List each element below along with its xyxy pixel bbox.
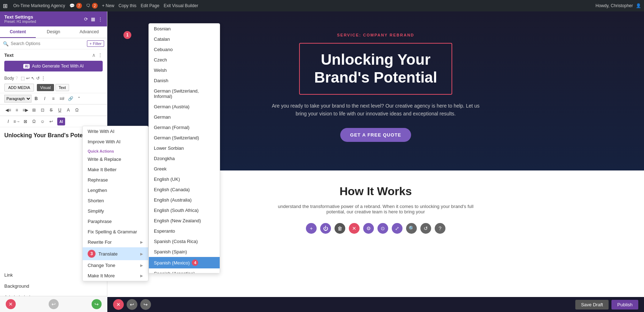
rewrite-for-item[interactable]: Rewrite For ▶	[83, 237, 148, 247]
outdent-btn[interactable]: ⊠	[21, 118, 29, 125]
lang-english-uk[interactable]: English (UK)	[149, 174, 220, 184]
write-with-ai-item[interactable]: Write With AI	[83, 126, 148, 137]
lang-german-swiss-inf[interactable]: German (Switzerland, Informal)	[149, 86, 220, 101]
special2-btn[interactable]: Ω	[30, 118, 38, 125]
lang-bosnian[interactable]: Bosnian	[149, 24, 220, 34]
wp-logo-icon[interactable]: ⊞	[3, 3, 8, 9]
lang-danish[interactable]: Danish	[149, 75, 220, 86]
new-link[interactable]: + New	[102, 3, 114, 8]
quote-btn[interactable]: "	[75, 95, 83, 103]
panel-icon-refresh[interactable]: ⟳	[84, 16, 88, 22]
lang-czech[interactable]: Czech	[149, 55, 220, 65]
view-text-tab[interactable]: Text	[55, 84, 69, 91]
body-icon-2[interactable]: ↩	[26, 76, 30, 81]
strikethrough-btn[interactable]: S	[47, 106, 55, 114]
lang-cebuano[interactable]: Cebuano	[149, 44, 220, 55]
link-btn[interactable]: 🔗	[67, 95, 74, 103]
underline-btn[interactable]: U	[56, 106, 64, 114]
ai-generate-button[interactable]: AI Auto Generate Text With AI	[4, 61, 103, 71]
lang-esperanto[interactable]: Esperanto	[149, 226, 220, 236]
bottom-close-btn[interactable]: ✕	[6, 299, 16, 309]
body-icon-1[interactable]: ⬚	[21, 76, 25, 81]
ctrl-power-btn[interactable]: ⏻	[320, 223, 331, 234]
search-input[interactable]	[11, 41, 85, 46]
save-draft-button[interactable]: Save Draft	[575, 300, 609, 309]
collapse-icon[interactable]: ∧	[92, 52, 96, 58]
improve-with-ai-item[interactable]: Improve With AI	[83, 137, 148, 147]
canvas-close-btn[interactable]: ✕	[113, 299, 124, 310]
lang-english-australia[interactable]: English (Australia)	[149, 195, 220, 205]
align-right-btn[interactable]: ≡▶	[21, 106, 29, 114]
panel-icon-more[interactable]: ⋮	[98, 16, 103, 22]
ctrl-close-btn[interactable]: ✕	[349, 223, 360, 234]
body-icon-more[interactable]: ⋮	[41, 76, 45, 81]
italic-btn[interactable]: I	[41, 95, 49, 103]
tab-advanced[interactable]: Advanced	[71, 26, 107, 38]
ctrl-help-btn[interactable]: ?	[435, 223, 445, 234]
change-tone-item[interactable]: Change Tone ▶	[83, 260, 148, 271]
lang-english-nz[interactable]: English (New Zealand)	[149, 216, 220, 226]
make-better-item[interactable]: Make It Better	[83, 164, 148, 175]
tab-content[interactable]: Content	[0, 26, 36, 38]
canvas-redo-btn[interactable]: ↪	[140, 299, 151, 310]
ul-btn[interactable]: ≡	[49, 95, 57, 103]
bottom-undo-btn[interactable]: ↩	[49, 299, 59, 309]
lang-dzongkha[interactable]: Dzongkha	[149, 153, 220, 164]
view-visual-tab[interactable]: Visual	[37, 84, 54, 91]
tab-design[interactable]: Design	[36, 26, 72, 38]
lang-german-austria[interactable]: German (Austria)	[149, 101, 220, 112]
lang-spanish-spain[interactable]: Spanish (Spain)	[149, 247, 220, 257]
lang-spanish-argentina[interactable]: Spanish (Argentina)	[149, 268, 220, 273]
lang-english-south-africa[interactable]: English (South Africa)	[149, 205, 220, 216]
ctrl-copy-btn[interactable]: ⊙	[377, 223, 388, 234]
comments-link[interactable]: 💬 7	[69, 3, 82, 9]
ol-btn[interactable]: ≡#	[58, 95, 66, 103]
add-media-button[interactable]: ADD MEDIA	[4, 84, 34, 91]
italic2-btn[interactable]: I	[4, 118, 12, 125]
rephrase-item[interactable]: Rephrase	[83, 175, 148, 185]
ai-inline-badge[interactable]: AI	[57, 118, 65, 125]
copy-this-link[interactable]: Copy this	[118, 3, 136, 8]
bottom-save-btn[interactable]: ↪	[92, 299, 102, 309]
simplify-item[interactable]: Simplify	[83, 206, 148, 216]
paragraph-select[interactable]: Paragraph	[4, 95, 31, 103]
lengthen-item[interactable]: Lengthen	[83, 185, 148, 195]
color-btn[interactable]: A	[64, 106, 72, 114]
paraphrase-item[interactable]: Paraphrase	[83, 216, 148, 227]
filter-button[interactable]: + Filter	[87, 40, 104, 47]
indent2-btn[interactable]: ≡→	[13, 118, 21, 125]
lang-german-swiss[interactable]: German (Switzerland)	[149, 133, 220, 143]
site-name[interactable]: On-Time Marketing Agency	[13, 3, 65, 8]
lang-spanish-mexico[interactable]: Spanish (Mexico) 4	[149, 257, 220, 268]
fix-spelling-item[interactable]: Fix Spelling & Grammar	[83, 227, 148, 237]
exit-builder-link[interactable]: Exit Visual Builder	[164, 3, 198, 8]
bubbles-link[interactable]: 🗨 2	[86, 3, 98, 9]
emoji-btn[interactable]: ☺	[39, 118, 47, 125]
special-char-btn[interactable]: Ω	[73, 106, 81, 114]
lang-spanish-costa-rica[interactable]: Spanish (Costa Rica)	[149, 236, 220, 247]
panel-icon-layout[interactable]: ▦	[91, 16, 95, 22]
edit-page-link[interactable]: Edit Page	[141, 3, 159, 8]
write-replace-item[interactable]: Write & Replace	[83, 154, 148, 164]
shorten-item[interactable]: Shorten	[83, 195, 148, 206]
bold-btn[interactable]: B	[32, 95, 40, 103]
ctrl-refresh-btn[interactable]: ↺	[420, 223, 431, 234]
section-more-icon[interactable]: ⋮	[98, 52, 103, 58]
lang-greek[interactable]: Greek	[149, 164, 220, 174]
ctrl-settings-btn[interactable]: ⚙	[363, 223, 374, 234]
undo-btn[interactable]: ↩	[47, 118, 55, 125]
table-btn[interactable]: ⊡	[39, 106, 47, 114]
lang-welsh[interactable]: Welsh	[149, 65, 220, 75]
indent-btn[interactable]: ⊞	[30, 106, 38, 114]
align-left-btn[interactable]: ◀≡	[4, 106, 12, 114]
make-more-item[interactable]: Make It More ▶	[83, 271, 148, 281]
lang-catalan[interactable]: Catalan	[149, 34, 220, 44]
hero-cta-button[interactable]: GET A FREE QUOTE	[340, 128, 411, 142]
align-center-btn[interactable]: ≡	[13, 106, 21, 114]
publish-button[interactable]: Publish	[611, 300, 638, 309]
body-icon-arrow[interactable]: ↖	[31, 76, 35, 81]
ctrl-resize-btn[interactable]: ⤢	[392, 223, 402, 234]
body-icon-undo[interactable]: ↺	[36, 76, 40, 81]
lang-german[interactable]: German	[149, 112, 220, 122]
translate-item[interactable]: 3 Translate ▶	[83, 247, 148, 260]
